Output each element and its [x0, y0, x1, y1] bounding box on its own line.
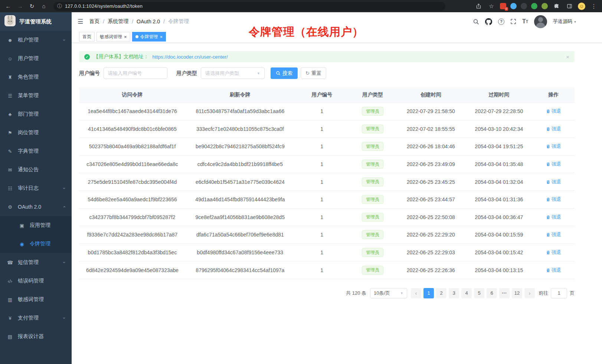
page-button-5[interactable]: 5: [474, 288, 484, 298]
page-size-select[interactable]: 10条/页 ▼: [370, 288, 407, 298]
sidebar-item-label: 用户管理: [18, 55, 39, 62]
sidebar-item-oauth2-app[interactable]: ▣ 应用管理: [0, 216, 72, 235]
github-icon[interactable]: [485, 18, 492, 25]
page-button-4[interactable]: 4: [461, 288, 472, 298]
sidebar-item-post[interactable]: ⚑ 岗位管理: [0, 123, 72, 142]
force-logout-button[interactable]: 强退: [546, 267, 561, 274]
site-info-icon[interactable]: ⓘ: [57, 3, 62, 10]
delete-icon: [546, 109, 550, 113]
forward-icon[interactable]: →: [16, 2, 24, 11]
page-button-6[interactable]: 6: [487, 288, 497, 298]
page-button-1[interactable]: 1: [423, 288, 434, 298]
extension-red-icon[interactable]: 0: [500, 3, 506, 9]
sidebar-item-error-code[interactable]: ‹/› 错误码管理: [0, 272, 72, 290]
user-type-cell: 管理员: [349, 230, 396, 239]
help-icon[interactable]: ?: [498, 19, 504, 25]
sidebar-item-sensitive-word[interactable]: ▥ 敏感词管理: [0, 290, 72, 309]
extension-blue-icon[interactable]: [510, 3, 517, 9]
sidebar-item-user[interactable]: ☺ 用户管理: [0, 49, 72, 68]
sidebar-item-label: 报表设计器: [18, 333, 44, 340]
bookmark-star-icon[interactable]: ☆: [487, 2, 496, 11]
sidebar-item-role[interactable]: ♜ 角色管理: [0, 68, 72, 86]
sidebar-item-notice[interactable]: ✉ 通知公告: [0, 161, 72, 179]
breadcrumb-item[interactable]: OAuth 2.0: [137, 19, 160, 24]
goto-page-input[interactable]: [551, 288, 567, 298]
url-bar[interactable]: ⓘ 127.0.0.1:1024/system/oauth2/token: [53, 2, 445, 11]
reload-icon[interactable]: ↻: [27, 2, 36, 11]
user-type-select[interactable]: 请选择用户类型 ▼: [201, 67, 265, 79]
user-avatar[interactable]: [534, 15, 547, 28]
created-time-cell: 2022-06-25 22:26:36: [396, 267, 465, 273]
sidebar-item-pay[interactable]: ¥ 支付管理 ›: [0, 309, 72, 327]
main-area: ☰ 首页/系统管理/OAuth 2.0/令牌管理 ? TT: [72, 12, 602, 364]
hamburger-icon[interactable]: ☰: [78, 18, 83, 26]
column-header: 过期时间: [465, 92, 532, 98]
page-button-3[interactable]: 3: [449, 288, 459, 298]
fullscreen-icon[interactable]: [510, 19, 516, 24]
sidebar-item-oauth2[interactable]: ⚙ OAuth 2.0 ›: [0, 198, 72, 216]
doc-link[interactable]: https://doc.iocoder.cn/user-center/: [153, 54, 228, 60]
tab-label: 敏感词管理: [100, 34, 122, 40]
alert-close-icon[interactable]: ×: [566, 54, 569, 60]
extension-green-icon[interactable]: [531, 3, 537, 9]
sidebar-item-label: 部门管理: [18, 111, 39, 118]
force-logout-button[interactable]: 强退: [546, 108, 561, 115]
force-logout-button[interactable]: 强退: [546, 126, 561, 132]
user-type-cell: 管理员: [349, 266, 396, 275]
sidebar-item-oauth2-token[interactable]: ◉ 令牌管理: [0, 235, 72, 253]
search-icon[interactable]: [473, 19, 479, 25]
home-icon[interactable]: ⌂: [39, 2, 48, 11]
share-icon[interactable]: [474, 2, 483, 11]
page-button-2[interactable]: 2: [436, 288, 446, 298]
force-logout-button[interactable]: 强退: [546, 179, 561, 185]
user-type-cell: 管理员: [349, 213, 396, 222]
tab-close-icon[interactable]: ×: [124, 34, 127, 39]
breadcrumb-item[interactable]: 首页: [89, 18, 99, 25]
sidebar-item-audit-log[interactable]: ☷ 审计日志 ›: [0, 179, 72, 198]
force-logout-button[interactable]: 强退: [546, 249, 561, 256]
breadcrumb-item[interactable]: 系统管理: [108, 18, 128, 25]
user-id-input[interactable]: [104, 67, 167, 79]
next-page-button[interactable]: ›: [524, 288, 535, 298]
reset-button[interactable]: ↻ 重置: [301, 67, 326, 79]
browser-profile-avatar[interactable]: ☺: [578, 3, 585, 10]
tab-首页[interactable]: 首页: [79, 32, 95, 42]
access-token-cell: 41c41346a548490f9dc8b01c6bfe0865: [79, 126, 186, 132]
alert-text: 【用户体系】文档地址：: [94, 53, 149, 60]
sidebar-item-dict[interactable]: ✎ 字典管理: [0, 142, 72, 161]
force-logout-button[interactable]: 强退: [546, 214, 561, 221]
back-icon[interactable]: ←: [4, 2, 13, 11]
extension-dark-icon[interactable]: [521, 3, 527, 9]
force-logout-button[interactable]: 强退: [546, 231, 561, 238]
sidebar-item-tenant[interactable]: ☻ 租户管理 ›: [0, 31, 72, 49]
font-size-icon[interactable]: TT: [522, 18, 528, 25]
extensions-puzzle-icon[interactable]: [552, 2, 561, 11]
sidebar-item-label: 支付管理: [18, 315, 39, 321]
sidebar-item-label: 通知公告: [18, 166, 39, 173]
logo[interactable]: 芋道管理系统: [0, 12, 72, 31]
sidebar-item-dept[interactable]: ♣ 部门管理: [0, 105, 72, 123]
page-button-12[interactable]: 12: [512, 288, 522, 298]
force-logout-button[interactable]: 强退: [546, 161, 561, 168]
user-type-cell: 管理员: [349, 178, 396, 186]
sidebar-item-label: 字典管理: [18, 148, 39, 155]
page-ellipsis[interactable]: •••: [499, 288, 510, 298]
user-menu[interactable]: 芋道源码 ▾: [553, 18, 576, 25]
prev-page-button[interactable]: ‹: [411, 288, 421, 298]
sidebar-item-menu[interactable]: ☰ 菜单管理: [0, 86, 72, 105]
user-type-badge: 管理员: [362, 142, 383, 151]
force-logout-button[interactable]: 强退: [546, 196, 561, 203]
tab-close-icon[interactable]: ×: [160, 34, 163, 39]
sidebar-item-label: 岗位管理: [18, 129, 39, 136]
force-logout-button[interactable]: 强退: [546, 143, 561, 150]
tab-令牌管理[interactable]: 令牌管理 ×: [132, 32, 166, 42]
menu-icon: ☰: [7, 93, 13, 99]
sidebar-item-report[interactable]: ▤ 报表设计器: [0, 327, 72, 346]
delete-icon: [546, 197, 550, 202]
search-button[interactable]: 搜索: [271, 67, 298, 79]
extension-olive-icon[interactable]: [542, 3, 548, 9]
split-view-icon[interactable]: [565, 2, 574, 11]
sidebar-item-sms[interactable]: ☎ 短信管理 ›: [0, 253, 72, 272]
tab-敏感词管理[interactable]: 敏感词管理 ×: [96, 32, 130, 42]
browser-menu-icon[interactable]: ⋮: [589, 2, 598, 11]
